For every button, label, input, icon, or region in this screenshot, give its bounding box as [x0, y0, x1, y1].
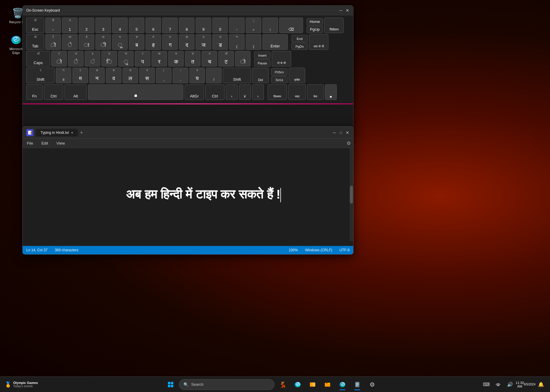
systray-keyboard-icon[interactable]: ⌨	[481, 379, 492, 390]
key-la[interactable]: श ल	[123, 68, 138, 83]
key-o-matra[interactable]: ऐ ो	[45, 34, 61, 50]
key-na[interactable]: ळ न	[89, 68, 105, 83]
key-5[interactable]: 5	[129, 18, 144, 33]
key-va[interactable]: ळ व	[106, 68, 121, 83]
scrollbar-thumb[interactable]	[350, 186, 353, 204]
taskbar-news-widget[interactable]: 🏅 Olympic Games Today's events	[2, 380, 40, 389]
key-sa[interactable]: ष स	[139, 68, 155, 83]
key-fent[interactable]: फेत	[307, 84, 324, 100]
notepad-menu-edit[interactable]: Edit	[40, 140, 50, 147]
key-backspace[interactable]: ⌫	[279, 18, 303, 33]
key-right[interactable]: ›	[252, 84, 264, 100]
key-ya[interactable]: य य	[189, 68, 205, 83]
key-ha[interactable]: घ ह	[146, 34, 161, 50]
key-pause[interactable]: Pause	[254, 59, 271, 66]
key-equals[interactable]: ृ =	[246, 18, 261, 33]
key-2[interactable]: 2	[79, 18, 94, 33]
key-period[interactable]: । .	[173, 68, 188, 83]
key-o2[interactable]: ए ो	[51, 51, 67, 66]
notepad-settings-icon[interactable]: ⚙	[347, 140, 351, 146]
key-enter[interactable]: Enter	[262, 34, 288, 50]
key-asse[interactable]: अस से भी	[309, 34, 328, 50]
key-home[interactable]: Home	[307, 18, 323, 25]
key-niyojan[interactable]: नियोजन	[324, 18, 344, 33]
key-ba[interactable]: ङ ब	[129, 34, 144, 50]
key-0[interactable]: 0	[212, 18, 228, 33]
key-del[interactable]: Del	[252, 68, 269, 83]
key-space[interactable]: ■	[88, 84, 183, 100]
systray-notification-icon[interactable]: 🔔	[536, 379, 546, 390]
notepad-minimize-button[interactable]: ─	[332, 131, 336, 135]
key-shift-right[interactable]: Shift	[223, 68, 251, 83]
key-pgup[interactable]: PgUp	[307, 26, 323, 33]
osk-close-button[interactable]: ✕	[345, 8, 350, 13]
taskbar-app-edge2[interactable]	[336, 378, 349, 391]
key-insert[interactable]: Insert	[254, 52, 271, 59]
taskbar-app-dancing[interactable]: 💃	[276, 378, 289, 391]
key-down[interactable]: ∨	[239, 84, 251, 100]
key-ta[interactable]: छ त	[185, 51, 200, 66]
key-o3[interactable]: ो	[235, 51, 251, 66]
notepad-close-button[interactable]: ✕	[345, 131, 350, 135]
key-fn-btn[interactable]: Fn	[26, 84, 43, 100]
key-e2[interactable]: अ े	[68, 51, 84, 66]
systray-network-icon[interactable]	[493, 379, 503, 390]
taskbar-app-explorer[interactable]	[321, 378, 334, 391]
key-pgdn[interactable]: PgDn	[291, 43, 308, 50]
key-cha[interactable]: ठ च	[202, 51, 217, 66]
notepad-menu-file[interactable]: File	[25, 140, 35, 147]
key-shift2[interactable]: ण ठ	[56, 68, 71, 83]
taskbar-app-edge[interactable]	[291, 378, 304, 391]
key-e-matra[interactable]: आ े	[62, 34, 78, 50]
notepad-scrollbar[interactable]	[350, 148, 353, 241]
key-4[interactable]: 4	[112, 18, 128, 33]
key-aa-matra[interactable]: ई ा	[79, 34, 94, 50]
key-ga[interactable]: ध ग	[162, 34, 178, 50]
key-tilde[interactable]: ऊँ ~	[45, 18, 61, 33]
key-fiksep[interactable]: फिक्सप	[268, 84, 287, 100]
key-ctrl-right[interactable]: Ctrl	[205, 84, 225, 100]
taskbar-app-notepad[interactable]	[351, 378, 364, 391]
key-bracket2[interactable]: ]	[246, 34, 261, 50]
notepad-new-tab-button[interactable]: +	[78, 130, 85, 135]
key-6[interactable]: 6	[146, 18, 161, 33]
notepad-tab[interactable]: Typing in Hindi.txt ●	[36, 129, 78, 137]
key-bracket1[interactable]: ण [	[229, 34, 245, 50]
key-i-matra[interactable]: उ ि	[101, 51, 117, 66]
key-left[interactable]: ‹	[226, 84, 238, 100]
key-madad[interactable]: मदद	[288, 84, 306, 100]
key-extra[interactable]: ■	[325, 84, 337, 100]
key-da2[interactable]: ञ ड	[212, 34, 228, 50]
key-esc[interactable]: ओ Esc	[26, 18, 44, 33]
key-drok[interactable]: ड्रॉक	[289, 68, 305, 83]
key-ja[interactable]: ढ ज	[196, 34, 211, 50]
osk-minimize-button[interactable]: ─	[339, 8, 343, 13]
taskbar-app-files[interactable]	[306, 378, 319, 391]
key-end[interactable]: End	[291, 35, 308, 42]
taskbar-search-bar[interactable]: 🔍 Search	[179, 379, 274, 390]
key-ctrl-left[interactable]: Ctrl	[44, 84, 63, 100]
key-altgr[interactable]: AltGr	[185, 84, 204, 100]
key-1[interactable]: ढ 1	[62, 18, 78, 33]
key-u-matra[interactable]: फ ु	[118, 51, 134, 66]
notepad-menu-view[interactable]: View	[55, 140, 67, 147]
key-9[interactable]: 9	[196, 18, 211, 33]
key-minus[interactable]: -	[229, 18, 245, 33]
notepad-content-area[interactable]: अब हम हिन्दी में टाइप कर सकते हैं !	[23, 148, 353, 241]
systray-clock[interactable]: 11:30 AM 8/5/2024	[517, 379, 534, 390]
key-tta[interactable]: ऑ ट	[218, 51, 234, 66]
notepad-maximize-button[interactable]: □	[339, 131, 343, 135]
start-button[interactable]	[164, 378, 177, 391]
key-prtscn[interactable]: PrtScn	[271, 68, 288, 75]
key-alt-left[interactable]: Alt	[64, 84, 87, 100]
key-da[interactable]: झ द	[179, 34, 194, 50]
taskbar-app-settings[interactable]: ⚙	[366, 378, 379, 391]
key-tab[interactable]: ओ Tab	[26, 34, 44, 50]
notepad-tab-close[interactable]: ●	[71, 131, 73, 134]
key-pa[interactable]: ऱ प	[135, 51, 150, 66]
key-ra[interactable]: ख र	[152, 51, 167, 66]
key-anusvara[interactable]: इ ं	[85, 51, 100, 66]
key-8[interactable]: 8	[179, 18, 194, 33]
key-nose[interactable]: नो से भी	[272, 51, 291, 66]
key-scrlk[interactable]: ScrLk	[271, 76, 288, 83]
